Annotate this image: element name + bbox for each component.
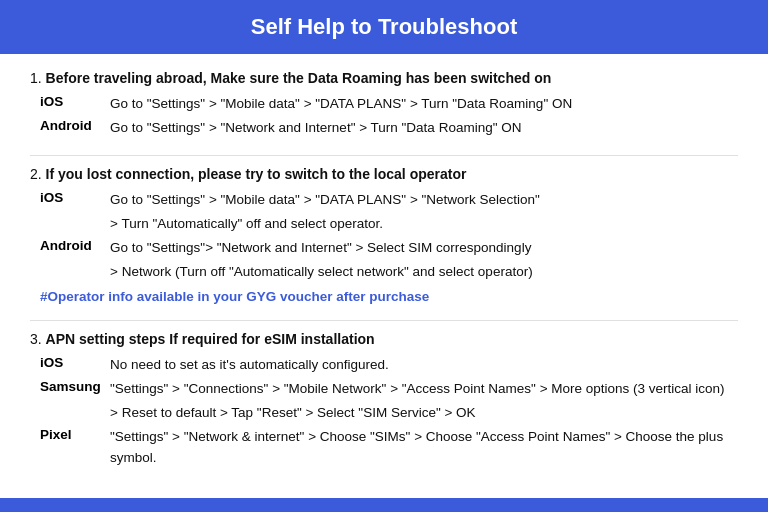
pixel-text: "Settings" > "Network & internet" > Choo… (110, 427, 738, 468)
header: Self Help to Troubleshoot (0, 0, 768, 54)
section-2: 2. If you lost connection, please try to… (30, 166, 738, 304)
samsung-text: "Settings" > "Connections" > "Mobile Net… (110, 379, 725, 399)
section-1-android-row: Android Go to "Settings" > "Network and … (30, 118, 738, 138)
ios-text-3: No need to set as it's automatically con… (110, 355, 389, 375)
section-1: 1. Before traveling abroad, Make sure th… (30, 70, 738, 139)
section-2-title: 2. If you lost connection, please try to… (30, 166, 738, 182)
footer: Please contact us via WhatsApp in your G… (0, 498, 768, 512)
ios-label-2: iOS (40, 190, 110, 205)
section-3-ios-row: iOS No need to set as it's automatically… (30, 355, 738, 375)
android-label-2: Android (40, 238, 110, 253)
section-1-ios-row: iOS Go to "Settings" > "Mobile data" > "… (30, 94, 738, 114)
android-text-1: Go to "Settings" > "Network and Internet… (110, 118, 521, 138)
section-3-title-bold: APN setting steps If required for eSIM i… (46, 331, 375, 347)
ios-text-1: Go to "Settings" > "Mobile data" > "DATA… (110, 94, 572, 114)
section-3-title: 3. APN setting steps If required for eSI… (30, 331, 738, 347)
ios-text-2: Go to "Settings" > "Mobile data" > "DATA… (110, 190, 540, 210)
content-area: 1. Before traveling abroad, Make sure th… (0, 54, 768, 498)
ios-label-1: iOS (40, 94, 110, 109)
android-text-2: Go to "Settings"> "Network and Internet"… (110, 238, 531, 258)
section-1-number: 1. (30, 70, 42, 86)
section-1-title: 1. Before traveling abroad, Make sure th… (30, 70, 738, 86)
page-title: Self Help to Troubleshoot (20, 14, 748, 40)
ios-label-3: iOS (40, 355, 110, 370)
section-2-android-continuation: > Network (Turn off "Automatically selec… (30, 262, 738, 282)
section-3-number: 3. (30, 331, 42, 347)
operator-note: #Operator info available in your GYG vou… (30, 289, 738, 304)
section-1-title-bold: Before traveling abroad, Make sure the D… (46, 70, 552, 86)
section-2-android-row: Android Go to "Settings"> "Network and I… (30, 238, 738, 258)
android-label-1: Android (40, 118, 110, 133)
section-2-ios-row: iOS Go to "Settings" > "Mobile data" > "… (30, 190, 738, 210)
section-3: 3. APN setting steps If required for eSI… (30, 331, 738, 468)
divider-2 (30, 320, 738, 321)
section-2-title-bold: If you lost connection, please try to sw… (46, 166, 467, 182)
divider-1 (30, 155, 738, 156)
section-2-number: 2. (30, 166, 42, 182)
samsung-label: Samsung (40, 379, 110, 394)
section-3-pixel-row: Pixel "Settings" > "Network & internet" … (30, 427, 738, 468)
section-3-samsung-continuation: > Reset to default > Tap "Reset" > Selec… (30, 403, 738, 423)
pixel-label: Pixel (40, 427, 110, 442)
section-3-samsung-row: Samsung "Settings" > "Connections" > "Mo… (30, 379, 738, 399)
section-2-ios-continuation: > Turn "Automatically" off and select op… (30, 214, 738, 234)
